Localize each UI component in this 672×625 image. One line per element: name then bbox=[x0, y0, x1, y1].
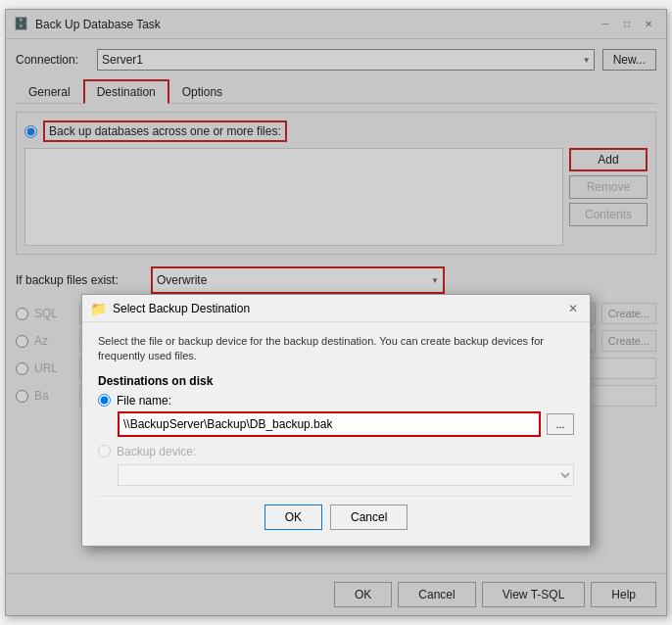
select-backup-dialog: 📁 Select Backup Destination ✕ Select the… bbox=[81, 294, 591, 547]
destinations-section: Destinations on disk File name: ... Back… bbox=[98, 374, 574, 486]
file-input-wrapper bbox=[118, 411, 541, 437]
dialog-description: Select the file or backup device for the… bbox=[98, 334, 574, 364]
backup-device-label: Backup device: bbox=[117, 445, 196, 458]
main-window: 🗄️ Back Up Database Task ─ □ ✕ Connectio… bbox=[5, 9, 667, 616]
file-name-radio-row: File name: bbox=[98, 394, 574, 408]
dialog-title-left: 📁 Select Backup Destination bbox=[90, 301, 250, 316]
dialog-title-bar: 📁 Select Backup Destination ✕ bbox=[82, 295, 590, 322]
destinations-label: Destinations on disk bbox=[98, 374, 574, 388]
backup-device-dropdown bbox=[118, 464, 574, 486]
file-name-radio-label: File name: bbox=[117, 394, 171, 408]
backup-device-radio[interactable] bbox=[98, 445, 111, 457]
dialog-title-text: Select Backup Destination bbox=[113, 302, 250, 315]
file-browse-button[interactable]: ... bbox=[547, 413, 574, 435]
dialog-title-icon: 📁 bbox=[90, 301, 107, 316]
file-name-input[interactable] bbox=[120, 413, 539, 435]
dialog-cancel-button[interactable]: Cancel bbox=[330, 505, 408, 530]
dialog-close-button[interactable]: ✕ bbox=[564, 300, 582, 317]
dialog-content: Select the file or backup device for the… bbox=[82, 322, 590, 546]
dialog-ok-button[interactable]: OK bbox=[264, 505, 322, 530]
file-name-row: ... bbox=[118, 411, 574, 437]
backup-device-row bbox=[118, 462, 574, 486]
dialog-bottom-buttons: OK Cancel bbox=[98, 496, 574, 534]
backup-device-radio-row: Backup device: bbox=[98, 445, 574, 458]
file-name-radio[interactable] bbox=[98, 394, 111, 407]
